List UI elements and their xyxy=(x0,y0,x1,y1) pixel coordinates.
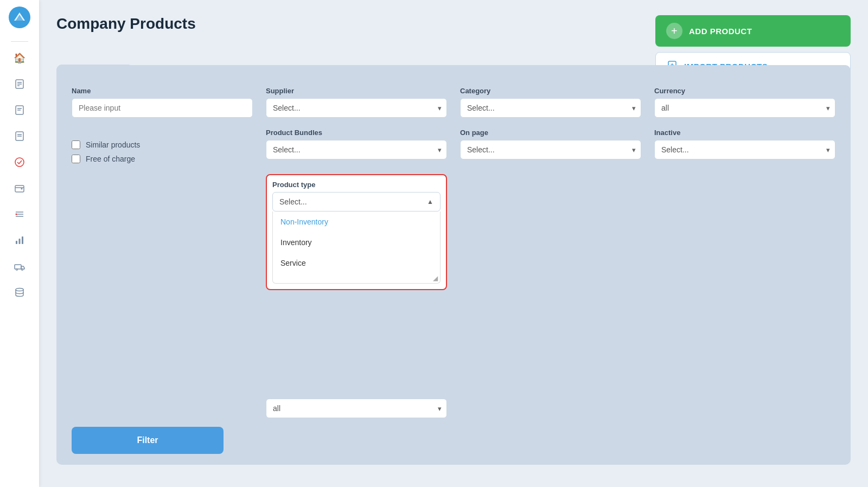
supplier-field: Supplier Select... xyxy=(266,87,447,118)
currency-label: Currency xyxy=(654,87,835,95)
check-icon[interactable] xyxy=(8,150,31,174)
document2-icon[interactable] xyxy=(8,124,31,148)
name-field: Name xyxy=(72,87,253,118)
resize-handle[interactable]: ◢ xyxy=(273,273,440,283)
all-field: all xyxy=(266,399,447,418)
product-bundles-label: Product Bundles xyxy=(266,129,447,137)
menu-icon[interactable] xyxy=(8,202,31,226)
all-select[interactable]: all xyxy=(266,399,447,418)
add-icon: + xyxy=(666,23,682,39)
main-content: Company Products + ADD PRODUCT IMPORT PR… xyxy=(39,0,868,487)
all-select-wrapper: all xyxy=(266,399,447,418)
on-page-field: On page Select... xyxy=(460,129,641,163)
category-select[interactable]: Select... xyxy=(460,98,641,118)
product-type-field: Product type Select... ▲ Non-Inventory I… xyxy=(266,174,447,290)
option-inventory[interactable]: Inventory xyxy=(273,232,440,253)
filter-panel: Name Supplier Select... Category xyxy=(56,65,851,465)
chevron-up-icon: ▲ xyxy=(427,198,433,206)
on-page-select-wrapper: Select... xyxy=(460,140,641,159)
truck-icon[interactable] xyxy=(8,254,31,278)
svg-point-25 xyxy=(22,269,23,271)
wallet-icon[interactable] xyxy=(8,176,31,200)
svg-point-14 xyxy=(21,188,23,190)
svg-rect-13 xyxy=(15,185,24,192)
filter-button[interactable]: Filter xyxy=(72,427,224,454)
sidebar-divider xyxy=(11,41,28,42)
category-label: Category xyxy=(460,87,641,95)
filter-btn-row: Filter xyxy=(72,427,835,454)
add-product-button[interactable]: + ADD PRODUCT xyxy=(655,15,851,47)
inactive-field: Inactive Select... xyxy=(654,129,835,163)
database-icon[interactable] xyxy=(8,280,31,304)
orders-icon[interactable] xyxy=(8,72,31,96)
category-select-wrapper: Select... xyxy=(460,98,641,118)
home-icon[interactable]: 🏠 xyxy=(8,46,31,70)
inactive-select[interactable]: Select... xyxy=(654,140,835,159)
svg-point-12 xyxy=(15,158,24,166)
product-type-select-bar[interactable]: Select... ▲ xyxy=(272,192,441,212)
product-type-label: Product type xyxy=(272,181,441,189)
product-bundles-field: Product Bundles Select... xyxy=(266,129,447,163)
on-page-select[interactable]: Select... xyxy=(460,140,641,159)
free-of-charge-checkbox[interactable] xyxy=(72,155,80,163)
filter-grid: Name Supplier Select... Category xyxy=(72,87,835,163)
svg-rect-21 xyxy=(19,239,21,244)
supplier-select[interactable]: Select... xyxy=(266,98,447,118)
currency-select[interactable]: all xyxy=(654,98,835,118)
svg-rect-23 xyxy=(15,265,21,269)
option-non-inventory[interactable]: Non-Inventory xyxy=(273,212,440,232)
currency-select-wrapper: all xyxy=(654,98,835,118)
option-service[interactable]: Service xyxy=(273,253,440,273)
svg-point-26 xyxy=(16,289,23,291)
similar-products-checkbox-item[interactable]: Similar products xyxy=(72,140,253,149)
checkbox-fields: Similar products Free of charge xyxy=(72,131,253,163)
product-bundles-select-wrapper: Select... xyxy=(266,140,447,159)
document-icon[interactable] xyxy=(8,98,31,122)
on-page-label: On page xyxy=(460,129,641,137)
category-field: Category Select... xyxy=(460,87,641,118)
supplier-select-wrapper: Select... xyxy=(266,98,447,118)
svg-rect-20 xyxy=(16,241,17,244)
product-bundles-select[interactable]: Select... xyxy=(266,140,447,159)
chart-icon[interactable] xyxy=(8,228,31,252)
app-logo[interactable] xyxy=(9,7,30,28)
free-of-charge-checkbox-item[interactable]: Free of charge xyxy=(72,155,253,163)
checkbox-row: Similar products Free of charge xyxy=(72,140,253,163)
svg-point-24 xyxy=(16,269,18,271)
svg-rect-22 xyxy=(22,236,23,244)
supplier-label: Supplier xyxy=(266,87,447,95)
svg-point-19 xyxy=(16,214,17,215)
inactive-select-wrapper: Select... xyxy=(654,140,835,159)
currency-field: Currency all xyxy=(654,87,835,118)
name-label: Name xyxy=(72,87,253,95)
inactive-label: Inactive xyxy=(654,129,835,137)
name-input[interactable] xyxy=(72,98,253,118)
product-type-container: Product type Select... ▲ Non-Inventory I… xyxy=(266,174,447,290)
similar-products-checkbox[interactable] xyxy=(72,140,80,149)
sidebar: 🏠 xyxy=(0,0,39,487)
product-type-dropdown: Non-Inventory Inventory Service ◢ xyxy=(272,212,441,284)
